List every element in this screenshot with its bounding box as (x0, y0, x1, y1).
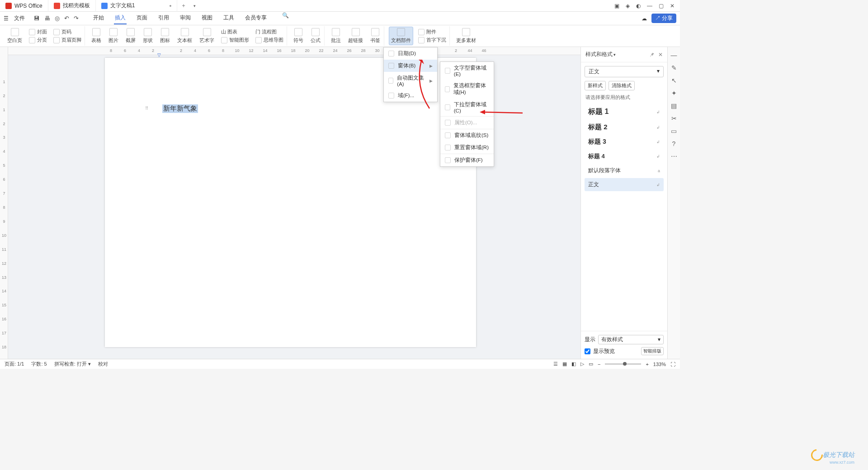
preview-checkbox[interactable] (585, 348, 590, 354)
menu-dropdown-field[interactable]: 下拉型窗体域(C) (440, 99, 494, 116)
tab-view[interactable]: 视图 (201, 12, 213, 24)
dropcap-button[interactable]: 首字下沉 (417, 36, 448, 44)
style-heading4[interactable]: 标题 4↲ (585, 150, 664, 163)
cover-button[interactable]: 封面 (28, 28, 48, 36)
zoom-in-button[interactable]: + (646, 362, 648, 367)
more-assets-button[interactable]: 更多素材 (454, 27, 478, 45)
sparkle-icon[interactable]: ✦ (671, 89, 677, 97)
table-button[interactable]: 表格 (90, 27, 103, 45)
read-icon[interactable]: ▭ (671, 127, 677, 135)
view-layout3-icon[interactable]: ◧ (571, 361, 576, 367)
style-body[interactable]: 正文↲ (585, 178, 664, 191)
tools-icon[interactable]: ✂ (671, 115, 677, 122)
zoom-slider[interactable] (605, 363, 641, 365)
hamburger-icon[interactable]: ☰ (4, 15, 9, 22)
smart-layout-button[interactable]: 智能排版 (641, 347, 664, 355)
new-tab-button[interactable]: ＋ (177, 2, 190, 9)
blankpage-button[interactable]: 空白页 (5, 27, 24, 45)
app-tab[interactable]: WPS Office (0, 0, 48, 12)
cube-icon[interactable]: ◈ (626, 3, 630, 9)
word-count[interactable]: 字数: 5 (31, 361, 47, 367)
pagenum-button[interactable]: 页码 (52, 28, 83, 36)
headerfooter-button[interactable]: 页眉页脚 (52, 36, 83, 44)
attachment-button[interactable]: 附件 (417, 28, 448, 36)
style-heading3[interactable]: 标题 3↲ (585, 135, 664, 149)
hyperlink-button[interactable]: 超链接 (346, 27, 365, 45)
menu-form[interactable]: 窗体(B)▶ (384, 60, 437, 72)
style-default-font[interactable]: 默认段落字体a (585, 164, 664, 177)
menu-autotext[interactable]: 自动图文集(A)▶ (384, 72, 437, 89)
doc-tab[interactable]: 文字文稿1• (96, 0, 178, 12)
cursor-icon[interactable]: ↖ (671, 77, 677, 84)
more-icon[interactable]: ⋯ (671, 153, 677, 160)
tab-member[interactable]: 会员专享 (244, 12, 268, 24)
new-style-button[interactable]: 新样式 (585, 81, 606, 90)
menu-textfield[interactable]: 文字型窗体域(E) (440, 62, 494, 80)
panel-icon[interactable]: ▣ (614, 3, 619, 9)
view-layout4-icon[interactable]: ▷ (580, 361, 584, 367)
zoom-out-button[interactable]: − (598, 362, 600, 367)
menu-reset[interactable]: 重置窗体域(R) (440, 141, 494, 154)
tab-dropdown[interactable]: ▾ (190, 4, 199, 8)
pin-icon[interactable]: 📌︎ (649, 52, 655, 58)
tab-tools[interactable]: 工具 (222, 12, 235, 24)
spellcheck-status[interactable]: 拼写检查: 打开 ▾ (54, 361, 91, 367)
bookmark-button[interactable]: 书签 (368, 27, 382, 45)
undo-icon[interactable]: ↶ (64, 15, 69, 22)
print-icon[interactable]: 🖶 (44, 15, 50, 22)
save-icon[interactable]: 💾︎ (34, 15, 40, 22)
view-layout1-icon[interactable]: ☰ (553, 361, 558, 367)
mindmap-button[interactable]: 思维导图 (254, 36, 285, 44)
minimize-button[interactable]: — (647, 3, 652, 9)
menu-date[interactable]: 日期(D) (384, 47, 437, 60)
style-heading2[interactable]: 标题 2↲ (585, 120, 664, 134)
maximize-button[interactable]: ▢ (659, 3, 664, 9)
avatar-icon[interactable]: ◐ (636, 3, 641, 9)
show-select[interactable]: 有效样式▾ (598, 335, 664, 344)
menu-checkbox[interactable]: 复选框型窗体域(H) (440, 80, 494, 99)
menu-field[interactable]: 域(F)... (384, 89, 437, 102)
flowchart-button[interactable]: 门 流程图 (254, 28, 285, 36)
picture-button[interactable]: 图片 (107, 27, 120, 45)
canvas[interactable]: 8642 246 8101214 16182022 24262830 32 24… (8, 47, 580, 359)
equation-button[interactable]: 公式 (309, 27, 322, 45)
menu-protect[interactable]: 保护窗体(F) (440, 154, 494, 166)
paragraph-handle[interactable]: ⠿ (145, 106, 147, 111)
close-panel-icon[interactable]: ✕ (658, 52, 663, 58)
zoom-value[interactable]: 133% (653, 362, 666, 367)
tab-page[interactable]: 页面 (136, 12, 148, 24)
tab-home[interactable]: 开始 (92, 12, 105, 24)
shape-button[interactable]: 形状 (141, 27, 155, 45)
help-icon[interactable]: ? (672, 140, 676, 147)
clear-format-button[interactable]: 清除格式 (609, 81, 635, 90)
tab-insert[interactable]: 插入 (114, 12, 127, 24)
screenshot-button[interactable]: 截屏 (124, 27, 137, 45)
wordart-button[interactable]: 艺术字 (198, 27, 216, 45)
page-status[interactable]: 页面: 1/1 (5, 361, 24, 367)
current-style-select[interactable]: 正文▾ (585, 66, 664, 77)
redo-icon[interactable]: ↷ (74, 15, 79, 22)
symbol-button[interactable]: 符号 (292, 27, 305, 45)
close-button[interactable]: ✕ (670, 3, 675, 9)
view-layout2-icon[interactable]: ▦ (562, 361, 567, 367)
fit-icon[interactable]: ⛶ (670, 362, 675, 367)
tab-review[interactable]: 审阅 (179, 12, 192, 24)
ruler-indent-marker[interactable]: ▽ (157, 52, 161, 57)
textbox-button[interactable]: 文本框 (175, 27, 194, 45)
collapse-icon[interactable]: — (671, 52, 677, 59)
tab-reference[interactable]: 引用 (157, 12, 170, 24)
icon-button[interactable]: 图标 (158, 27, 172, 45)
cloud-icon[interactable]: ☁ (642, 15, 647, 22)
pagebreak-button[interactable]: 分页 (28, 36, 48, 44)
proof-status[interactable]: 校对 (98, 361, 108, 367)
preview-icon[interactable]: ◎ (55, 15, 60, 22)
style-heading1[interactable]: 标题 1↲ (585, 104, 664, 119)
share-button[interactable]: ↗ 分享 (651, 14, 676, 23)
search-icon[interactable]: 🔍 (282, 12, 289, 24)
book-icon[interactable]: ▤ (671, 102, 677, 109)
template-tab[interactable]: 找稻壳模板 (48, 0, 96, 12)
selected-text[interactable]: 新年新气象 (162, 104, 198, 113)
comment-button[interactable]: 批注 (329, 27, 343, 45)
docparts-button[interactable]: 文档部件 (389, 27, 413, 45)
file-menu[interactable]: 文件 (10, 14, 28, 23)
